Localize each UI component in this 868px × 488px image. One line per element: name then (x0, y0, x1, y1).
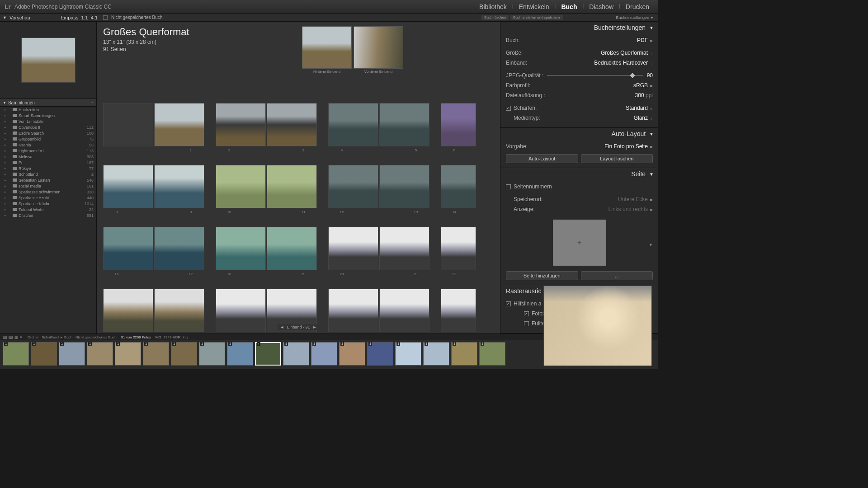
page-thumb[interactable] (216, 103, 266, 146)
page-thumb[interactable] (103, 289, 153, 332)
ratio-4-1[interactable]: 4:1 (91, 15, 98, 20)
breadcrumb-book[interactable]: Buch : Nicht gespeichertes Buch (64, 335, 117, 339)
collection-item[interactable]: Schottland2 (0, 171, 96, 177)
page-thumb[interactable] (216, 227, 266, 270)
filmstrip-thumb[interactable]: 1 (59, 342, 85, 366)
ratio-1-1[interactable]: 1:1 (81, 15, 88, 20)
book-settings-dropdown[interactable]: Bucheinstellungen▼ (614, 15, 656, 20)
page-blank[interactable] (103, 103, 153, 146)
page-thumb[interactable] (441, 289, 476, 332)
resolution-value[interactable]: 300 ppi (635, 92, 653, 99)
pages-grid[interactable]: 1 23 45 6 89 1011 1213 14 1617 1819 2021… (103, 103, 500, 342)
filmstrip-thumb[interactable]: 1 (199, 342, 225, 366)
filmstrip-thumb[interactable]: 1 (115, 342, 141, 366)
collection-item[interactable]: Hochzeiten (0, 107, 96, 113)
chevron-down-icon[interactable]: ▼ (3, 15, 7, 20)
clear-layout-button[interactable]: Layout löschen (581, 154, 653, 163)
filmstrip-thumb[interactable]: 1 (479, 342, 505, 366)
page-thumb[interactable] (103, 165, 153, 208)
page-thumb[interactable] (154, 103, 204, 146)
back-cover-thumb[interactable] (302, 26, 352, 69)
page-thumb[interactable] (267, 165, 317, 208)
page-thumb[interactable] (267, 227, 317, 270)
page-thumb[interactable] (328, 289, 378, 332)
collection-item[interactable]: Escire Search100 (0, 130, 96, 136)
sharpen-checkbox[interactable] (506, 106, 511, 111)
cover-value[interactable]: Bedrucktes Hardcover≑ (594, 60, 653, 66)
filmstrip-thumb[interactable]: 1 (3, 342, 29, 366)
preset-value[interactable]: Ein Foto pro Seite≑ (604, 143, 653, 150)
collection-item[interactable]: Gruppenbild75 (0, 136, 96, 142)
page-thumb[interactable] (379, 289, 429, 332)
monitor-icon[interactable] (3, 336, 7, 339)
page-thumb[interactable] (154, 165, 204, 208)
breadcrumb-folder[interactable]: Ordner : Schottland (28, 335, 59, 339)
add-collection-icon[interactable]: + (91, 100, 94, 105)
page-thumb[interactable] (216, 289, 266, 332)
filmstrip-thumb[interactable]: 1 (87, 342, 113, 366)
page-thumb[interactable] (441, 103, 476, 146)
collection-item[interactable]: Pi187 (0, 160, 96, 165)
layout-dropdown-icon[interactable]: ▼ (649, 243, 653, 247)
page-thumb[interactable] (154, 227, 204, 270)
sharpen-value[interactable]: Standard≑ (626, 105, 653, 111)
auto-layout-button[interactable]: Auto-Layout (506, 154, 578, 163)
page-layout-preview[interactable]: + (553, 220, 606, 266)
filmstrip-thumb[interactable]: 1 (367, 342, 393, 366)
collection-item[interactable]: Rükiye77 (0, 165, 96, 171)
page-thumb[interactable] (379, 103, 429, 146)
add-page-button[interactable]: Seite hinzufügen (506, 271, 578, 280)
page-navigator[interactable]: ◄ Einband - 91 ► (278, 324, 320, 330)
page-thumb[interactable] (441, 165, 476, 208)
cells-checkbox[interactable] (524, 311, 529, 316)
sort-icon[interactable]: ≡ (20, 335, 22, 339)
collection-item[interactable]: Sparkasse Küche1014 (0, 201, 96, 206)
size-value[interactable]: Großes Querformat≑ (601, 50, 653, 56)
book-settings-header[interactable]: Bucheinstellungen▼ (500, 22, 658, 33)
collection-item[interactable]: social media161 (0, 183, 96, 189)
filmstrip-thumb[interactable]: 1 (227, 342, 253, 366)
filmstrip-thumb[interactable]: 1 (31, 342, 57, 366)
fit-label[interactable]: Einpass (61, 15, 78, 20)
media-type-value[interactable]: Glanz≑ (634, 115, 653, 121)
auto-layout-header[interactable]: Auto-Layout▼ (500, 128, 658, 140)
collection-item[interactable]: Von Lr mobile (0, 118, 96, 124)
page-thumb[interactable] (379, 227, 429, 270)
filmstrip-thumb[interactable]: 1 (255, 342, 281, 366)
collection-item[interactable]: Sparkasse schwimmen328 (0, 189, 96, 195)
filmstrip-thumb[interactable]: 1 (171, 342, 197, 366)
filmstrip-thumb[interactable]: 1 (283, 342, 309, 366)
book-format-value[interactable]: PDF≑ (637, 37, 653, 43)
prev-page-icon[interactable]: ◄ (280, 325, 284, 329)
filmstrip-thumb[interactable]: 1 (395, 342, 421, 366)
collection-item[interactable]: Melissa303 (0, 154, 96, 160)
page-thumb[interactable] (328, 103, 378, 146)
collection-item[interactable]: Sparkasse Azubi440 (0, 195, 96, 201)
page-thumb[interactable] (328, 165, 378, 208)
collection-item[interactable]: Sebastian Lasten546 (0, 177, 96, 183)
module-develop[interactable]: Entwickeln (514, 3, 554, 10)
front-cover-thumb[interactable] (354, 26, 403, 69)
filmstrip-thumb[interactable]: 1 (423, 342, 449, 366)
page-thumb[interactable] (103, 227, 153, 270)
page-thumb[interactable] (154, 289, 204, 332)
collection-item[interactable]: Tutorial Winter22 (0, 206, 96, 212)
page-thumb[interactable] (441, 227, 476, 270)
jpeg-quality-slider[interactable] (547, 75, 643, 76)
collection-item[interactable]: Ksenia55 (0, 142, 96, 148)
grid-icon[interactable]: ▦ (14, 335, 18, 339)
collection-item[interactable]: Ditscher551 (0, 212, 96, 218)
collection-item[interactable]: Smart-Sammlungen (0, 113, 96, 118)
module-slideshow[interactable]: Diashow (585, 3, 618, 10)
jpeg-quality-value[interactable]: 90 (647, 72, 653, 79)
module-library[interactable]: Bibliothek (475, 3, 511, 10)
filmstrip-thumb[interactable]: 1 (311, 342, 337, 366)
page-numbers-checkbox[interactable] (506, 184, 511, 189)
fulltext-checkbox[interactable] (524, 321, 529, 326)
page-thumb[interactable] (267, 103, 317, 146)
module-print[interactable]: Drucken (621, 3, 654, 10)
save-book-button[interactable]: Buch erstellen und speichern (510, 15, 562, 20)
preview-thumbnail[interactable] (21, 38, 75, 83)
filmstrip-thumb[interactable]: 1 (143, 342, 169, 366)
filmstrip-thumb[interactable]: 1 (339, 342, 365, 366)
